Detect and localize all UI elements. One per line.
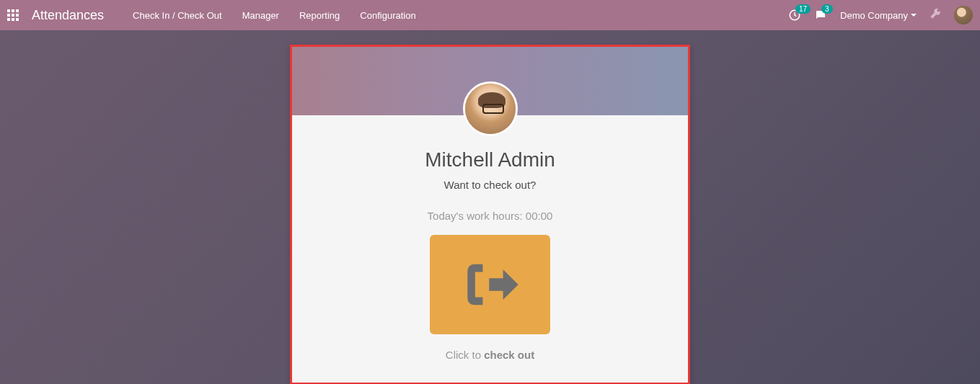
avatar-icon (954, 6, 973, 24)
nav-reporting[interactable]: Reporting (299, 10, 340, 21)
hours-label: Today's work hours: (428, 210, 526, 222)
employee-name: Mitchell Admin (314, 148, 666, 171)
wrench-icon (930, 8, 941, 19)
attendance-card: Mitchell Admin Want to check out? Today'… (290, 45, 690, 384)
checkout-prompt: Want to check out? (314, 179, 666, 191)
sign-out-icon (459, 253, 522, 316)
nav-manager[interactable]: Manager (242, 10, 279, 21)
user-menu[interactable] (954, 6, 973, 24)
card-body: Mitchell Admin Want to check out? Today'… (292, 115, 688, 383)
company-label: Demo Company (840, 10, 908, 21)
employee-avatar (463, 81, 518, 136)
nav-configuration[interactable]: Configuration (360, 10, 415, 21)
messages-button[interactable]: 3 (814, 9, 827, 22)
messages-badge: 3 (821, 4, 833, 14)
apps-icon[interactable] (7, 9, 19, 21)
navbar: Attendances Check In / Check Out Manager… (0, 0, 980, 30)
click-hint: Click to check out (314, 349, 666, 361)
debug-icon[interactable] (930, 8, 941, 22)
app-brand[interactable]: Attendances (32, 8, 104, 23)
hours-value: 00:00 (526, 210, 553, 222)
hint-action: check out (484, 349, 534, 361)
activities-button[interactable]: 17 (788, 9, 801, 22)
main-area: Mitchell Admin Want to check out? Today'… (0, 30, 980, 384)
card-header (292, 47, 688, 115)
company-selector[interactable]: Demo Company (840, 10, 917, 21)
caret-down-icon (911, 14, 917, 17)
nav-checkin[interactable]: Check In / Check Out (133, 10, 222, 21)
nav-right: 17 3 Demo Company (788, 6, 973, 24)
nav-links: Check In / Check Out Manager Reporting C… (133, 10, 788, 21)
checkout-button[interactable] (430, 235, 550, 334)
work-hours: Today's work hours: 00:00 (314, 210, 666, 222)
activities-badge: 17 (795, 4, 811, 14)
hint-prefix: Click to (446, 349, 484, 361)
